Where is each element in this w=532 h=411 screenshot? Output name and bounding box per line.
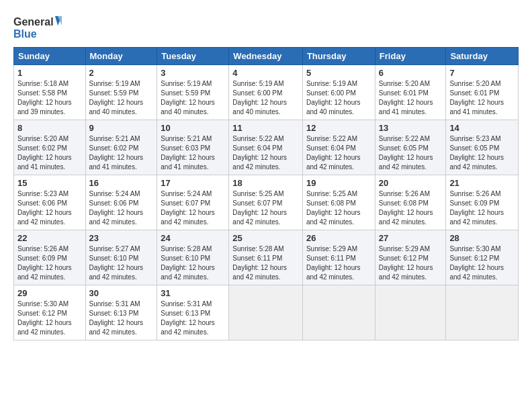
day-number: 2 <box>89 68 154 78</box>
day-number: 31 <box>161 288 225 298</box>
day-info: Sunrise: 5:23 AM Sunset: 6:06 PM Dayligh… <box>17 189 82 227</box>
calendar-cell: 13Sunrise: 5:22 AM Sunset: 6:05 PM Dayli… <box>375 120 446 175</box>
day-info: Sunrise: 5:31 AM Sunset: 6:13 PM Dayligh… <box>89 300 154 337</box>
calendar-cell: 18Sunrise: 5:25 AM Sunset: 6:07 PM Dayli… <box>229 175 303 230</box>
header: GeneralBlue <box>13 12 519 42</box>
calendar-cell: 11Sunrise: 5:22 AM Sunset: 6:04 PM Dayli… <box>229 120 303 175</box>
day-number: 6 <box>379 68 443 78</box>
day-number: 9 <box>89 123 154 133</box>
weekday-header: Tuesday <box>157 48 229 65</box>
calendar-cell: 16Sunrise: 5:24 AM Sunset: 6:06 PM Dayli… <box>85 175 157 230</box>
weekday-header: Thursday <box>302 48 375 65</box>
calendar-cell: 25Sunrise: 5:28 AM Sunset: 6:11 PM Dayli… <box>229 230 303 285</box>
day-number: 1 <box>17 68 82 78</box>
calendar-cell: 9Sunrise: 5:21 AM Sunset: 6:02 PM Daylig… <box>85 120 157 175</box>
day-number: 28 <box>449 233 515 243</box>
day-info: Sunrise: 5:23 AM Sunset: 6:05 PM Dayligh… <box>449 134 515 172</box>
day-number: 20 <box>379 178 443 188</box>
calendar-cell: 31Sunrise: 5:31 AM Sunset: 6:13 PM Dayli… <box>157 285 229 340</box>
day-info: Sunrise: 5:24 AM Sunset: 6:06 PM Dayligh… <box>89 189 154 227</box>
calendar-cell: 28Sunrise: 5:30 AM Sunset: 6:12 PM Dayli… <box>446 230 519 285</box>
calendar-cell: 27Sunrise: 5:29 AM Sunset: 6:12 PM Dayli… <box>375 230 446 285</box>
day-number: 13 <box>379 123 443 133</box>
calendar-cell: 23Sunrise: 5:27 AM Sunset: 6:10 PM Dayli… <box>85 230 157 285</box>
calendar-cell <box>302 285 375 340</box>
day-info: Sunrise: 5:26 AM Sunset: 6:08 PM Dayligh… <box>379 189 443 227</box>
day-info: Sunrise: 5:29 AM Sunset: 6:12 PM Dayligh… <box>379 244 443 282</box>
day-number: 23 <box>89 233 154 243</box>
calendar-cell: 17Sunrise: 5:24 AM Sunset: 6:07 PM Dayli… <box>157 175 229 230</box>
day-info: Sunrise: 5:18 AM Sunset: 5:58 PM Dayligh… <box>17 79 82 117</box>
day-number: 16 <box>89 178 154 188</box>
day-info: Sunrise: 5:25 AM Sunset: 6:08 PM Dayligh… <box>306 189 371 227</box>
logo-svg: GeneralBlue <box>13 12 67 42</box>
day-number: 3 <box>161 68 225 78</box>
calendar-cell: 20Sunrise: 5:26 AM Sunset: 6:08 PM Dayli… <box>375 175 446 230</box>
calendar-cell: 15Sunrise: 5:23 AM Sunset: 6:06 PM Dayli… <box>14 175 86 230</box>
day-info: Sunrise: 5:19 AM Sunset: 6:00 PM Dayligh… <box>306 79 371 117</box>
day-info: Sunrise: 5:30 AM Sunset: 6:12 PM Dayligh… <box>17 300 82 337</box>
day-number: 17 <box>161 178 225 188</box>
weekday-header: Monday <box>85 48 157 65</box>
day-number: 24 <box>161 233 225 243</box>
day-info: Sunrise: 5:20 AM Sunset: 6:01 PM Dayligh… <box>379 79 443 117</box>
svg-text:General: General <box>13 16 54 28</box>
day-number: 14 <box>449 123 515 133</box>
calendar-cell: 12Sunrise: 5:22 AM Sunset: 6:04 PM Dayli… <box>302 120 375 175</box>
calendar-cell: 14Sunrise: 5:23 AM Sunset: 6:05 PM Dayli… <box>446 120 519 175</box>
calendar-cell: 4Sunrise: 5:19 AM Sunset: 6:00 PM Daylig… <box>229 65 303 120</box>
day-info: Sunrise: 5:25 AM Sunset: 6:07 PM Dayligh… <box>232 189 299 227</box>
day-info: Sunrise: 5:22 AM Sunset: 6:04 PM Dayligh… <box>306 134 371 172</box>
day-number: 27 <box>379 233 443 243</box>
calendar-cell: 5Sunrise: 5:19 AM Sunset: 6:00 PM Daylig… <box>302 65 375 120</box>
day-number: 18 <box>232 178 299 188</box>
day-info: Sunrise: 5:26 AM Sunset: 6:09 PM Dayligh… <box>17 244 82 282</box>
day-number: 12 <box>306 123 371 133</box>
calendar-cell: 22Sunrise: 5:26 AM Sunset: 6:09 PM Dayli… <box>14 230 86 285</box>
day-number: 25 <box>232 233 299 243</box>
calendar-cell: 21Sunrise: 5:26 AM Sunset: 6:09 PM Dayli… <box>446 175 519 230</box>
calendar-cell: 26Sunrise: 5:29 AM Sunset: 6:11 PM Dayli… <box>302 230 375 285</box>
day-number: 8 <box>17 123 82 133</box>
day-info: Sunrise: 5:24 AM Sunset: 6:07 PM Dayligh… <box>161 189 225 227</box>
day-number: 5 <box>306 68 371 78</box>
svg-text:Blue: Blue <box>13 28 37 40</box>
day-number: 15 <box>17 178 82 188</box>
day-number: 19 <box>306 178 371 188</box>
day-info: Sunrise: 5:21 AM Sunset: 6:02 PM Dayligh… <box>89 134 154 172</box>
day-number: 30 <box>89 288 154 298</box>
weekday-header: Friday <box>375 48 446 65</box>
day-number: 22 <box>17 233 82 243</box>
day-number: 11 <box>232 123 299 133</box>
day-number: 10 <box>161 123 225 133</box>
day-info: Sunrise: 5:19 AM Sunset: 5:59 PM Dayligh… <box>89 79 154 117</box>
weekday-header: Saturday <box>446 48 519 65</box>
calendar-cell: 7Sunrise: 5:20 AM Sunset: 6:01 PM Daylig… <box>446 65 519 120</box>
calendar-cell: 10Sunrise: 5:21 AM Sunset: 6:03 PM Dayli… <box>157 120 229 175</box>
day-info: Sunrise: 5:30 AM Sunset: 6:12 PM Dayligh… <box>449 244 515 282</box>
page: GeneralBlue SundayMondayTuesdayWednesday… <box>0 0 532 347</box>
calendar-cell: 19Sunrise: 5:25 AM Sunset: 6:08 PM Dayli… <box>302 175 375 230</box>
calendar-cell <box>446 285 519 340</box>
day-info: Sunrise: 5:20 AM Sunset: 6:02 PM Dayligh… <box>17 134 82 172</box>
day-info: Sunrise: 5:19 AM Sunset: 5:59 PM Dayligh… <box>161 79 225 117</box>
day-info: Sunrise: 5:28 AM Sunset: 6:11 PM Dayligh… <box>232 244 299 282</box>
calendar: SundayMondayTuesdayWednesdayThursdayFrid… <box>13 47 519 340</box>
day-info: Sunrise: 5:27 AM Sunset: 6:10 PM Dayligh… <box>89 244 154 282</box>
day-info: Sunrise: 5:20 AM Sunset: 6:01 PM Dayligh… <box>449 79 515 117</box>
day-info: Sunrise: 5:29 AM Sunset: 6:11 PM Dayligh… <box>306 244 371 282</box>
day-info: Sunrise: 5:22 AM Sunset: 6:05 PM Dayligh… <box>379 134 443 172</box>
weekday-header: Sunday <box>14 48 86 65</box>
day-number: 4 <box>232 68 299 78</box>
day-number: 21 <box>449 178 515 188</box>
calendar-cell: 3Sunrise: 5:19 AM Sunset: 5:59 PM Daylig… <box>157 65 229 120</box>
day-info: Sunrise: 5:28 AM Sunset: 6:10 PM Dayligh… <box>161 244 225 282</box>
day-info: Sunrise: 5:21 AM Sunset: 6:03 PM Dayligh… <box>161 134 225 172</box>
calendar-cell <box>375 285 446 340</box>
weekday-header: Wednesday <box>229 48 303 65</box>
day-number: 29 <box>17 288 82 298</box>
day-info: Sunrise: 5:26 AM Sunset: 6:09 PM Dayligh… <box>449 189 515 227</box>
day-info: Sunrise: 5:19 AM Sunset: 6:00 PM Dayligh… <box>232 79 299 117</box>
day-info: Sunrise: 5:31 AM Sunset: 6:13 PM Dayligh… <box>161 300 225 337</box>
logo: GeneralBlue <box>13 12 67 42</box>
